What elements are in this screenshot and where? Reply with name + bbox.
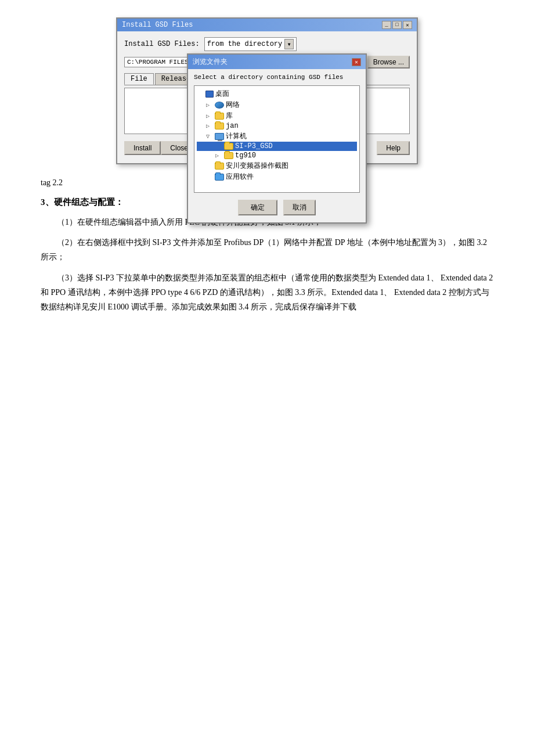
dropdown-value: from the directory	[207, 40, 283, 48]
close-button[interactable]: ✕	[403, 21, 412, 29]
tree-item-yaskawa-pic[interactable]: 安川变频器操作截图	[197, 160, 357, 171]
tab-file[interactable]: File	[124, 73, 154, 85]
browse-dialog-titlebar: 浏览文件夹 ✕	[188, 55, 366, 69]
tree-label-jan: jan	[226, 122, 239, 130]
folder-yaskawa-icon	[215, 163, 224, 170]
expander-jan: ▷	[206, 123, 213, 129]
folder-tg910-icon	[224, 152, 233, 159]
browse-dialog-title: 浏览文件夹	[193, 57, 228, 67]
help-button[interactable]: Help	[377, 141, 410, 155]
install-dialog-title: Install GSD Files	[122, 21, 193, 29]
dropdown-from-directory[interactable]: from the directory ▼	[204, 37, 297, 51]
tree-label-si-p3: SI-P3_GSD	[235, 142, 273, 150]
minimize-button[interactable]: _	[382, 21, 391, 29]
folder-si-p3-icon	[224, 143, 233, 150]
browse-folder-dialog: 浏览文件夹 ✕ Select a directory containing GS…	[187, 53, 367, 224]
install-dialog-titlebar: Install GSD Files _ □ ✕	[117, 19, 417, 31]
desktop-icon	[205, 91, 214, 98]
tree-label-tg910: tg910	[235, 152, 256, 160]
install-row: Install GSD Files: from the directory ▼	[124, 37, 410, 51]
tree-item-si-p3-gsd[interactable]: SI-P3_GSD	[197, 142, 357, 151]
tree-label-yaskawa: 安川变频器操作截图	[226, 161, 288, 171]
tree-label-network: 网络	[226, 100, 240, 110]
dropdown-arrow-icon[interactable]: ▼	[284, 39, 294, 49]
folder-library-icon	[215, 113, 224, 120]
install-label: Install GSD Files:	[124, 40, 200, 48]
ok-button[interactable]: 确定	[238, 200, 277, 215]
paragraph-3: （3）选择 SI-P3 下拉菜单中的数据类型并添加至装置的组态框中（通常使用的数…	[41, 271, 493, 315]
install-button[interactable]: Install	[124, 141, 161, 155]
tree-item-library[interactable]: ▷ 库	[197, 110, 357, 121]
folder-apps-icon	[215, 174, 224, 181]
browse-dialog-buttons: 确定 取消	[194, 197, 360, 218]
page-content: Install GSD Files _ □ ✕ Install GSD File…	[35, 17, 499, 314]
cancel-button[interactable]: 取消	[283, 200, 316, 215]
browse-close-button[interactable]: ✕	[352, 58, 361, 66]
expander-library: ▷	[206, 113, 213, 120]
tree-label-apps: 应用软件	[226, 172, 254, 182]
network-icon	[215, 102, 224, 109]
tree-item-jan[interactable]: ▷ jan	[197, 121, 357, 131]
screenshot-area: Install GSD Files _ □ ✕ Install GSD File…	[35, 17, 499, 164]
folder-jan-icon	[215, 123, 224, 129]
paragraph-2: （2）在右侧选择框中找到 SI-P3 文件并添加至 Profibus DP（1）…	[41, 235, 493, 264]
title-bar-controls: _ □ ✕	[382, 21, 412, 29]
tree-item-computer[interactable]: ▽ 计算机	[197, 131, 357, 142]
expander-tg910: ▷	[215, 152, 222, 159]
folder-tree[interactable]: 桌面 ▷ 网络 ▷ 库	[194, 85, 360, 193]
tree-item-network[interactable]: ▷ 网络	[197, 99, 357, 110]
tree-item-apps[interactable]: 应用软件	[197, 171, 357, 182]
computer-icon	[215, 133, 224, 140]
tree-label-desktop: 桌面	[215, 89, 229, 99]
tree-label-computer: 计算机	[226, 131, 247, 141]
tree-item-desktop[interactable]: 桌面	[197, 88, 357, 99]
tree-label-library: 库	[226, 111, 233, 121]
expander-network: ▷	[206, 102, 213, 109]
expander-computer: ▽	[206, 133, 213, 140]
install-gsd-dialog: Install GSD Files _ □ ✕ Install GSD File…	[116, 17, 418, 164]
maximize-button[interactable]: □	[392, 21, 402, 29]
browse-dialog-body: Select a directory containing GSD files …	[188, 69, 366, 222]
browse-button[interactable]: Browse ...	[367, 56, 410, 69]
browse-instruction: Select a directory containing GSD files	[194, 74, 360, 81]
tree-item-tg910[interactable]: ▷ tg910	[197, 151, 357, 160]
